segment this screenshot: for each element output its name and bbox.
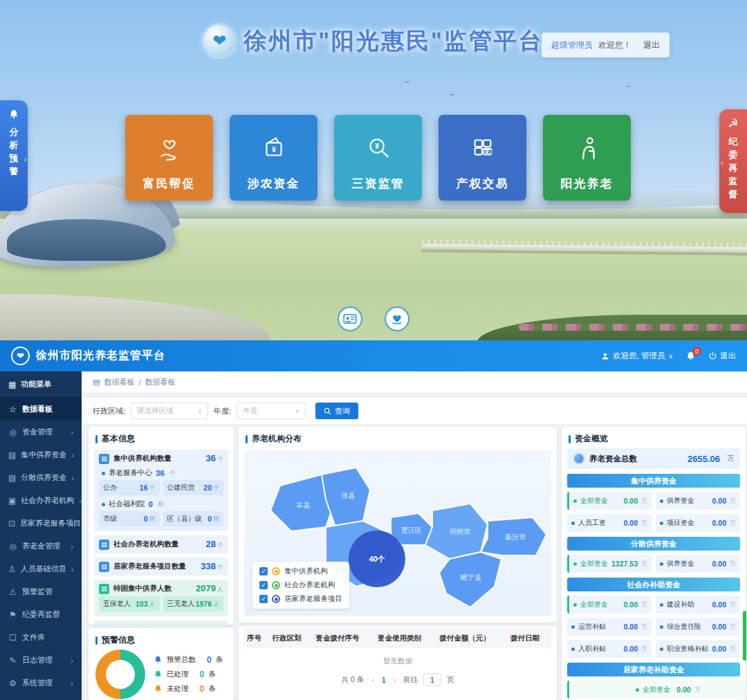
hero-tile-涉农资金[interactable]: ¥涉农资金 (230, 115, 317, 201)
pair-cell-unit: 人 (213, 600, 219, 609)
pair-cell-label: 区（县）级 (167, 514, 202, 524)
fund-stat-cell: 综合责任险0.00万 (656, 618, 740, 636)
marker-circle-icon (272, 595, 280, 603)
region-filter-label: 行政区域: (93, 406, 125, 416)
sidebar-item-label: 日志管理 (22, 655, 53, 665)
breadcrumb-root[interactable]: 数据看板 (104, 377, 134, 387)
sidebar-item-养老金管理[interactable]: ◎养老金管理› (0, 535, 82, 558)
checkbox-checked-icon[interactable]: ✓ (259, 567, 268, 575)
basic-info-card-head: ▤集中供养机构数量36个 (99, 453, 223, 464)
sidebar-item-数据看板[interactable]: ☆数据看板 (0, 398, 82, 421)
trade-blocks-icon: 交易 (467, 115, 499, 176)
checkbox-checked-icon[interactable]: ✓ (259, 581, 268, 589)
fund-section-grid: 全部资金1327.53万供养资金0.00万 (567, 555, 740, 573)
fund-stat-unit: 万 (730, 497, 736, 506)
svg-text:邳州市: 邳州市 (450, 528, 471, 535)
sidebar-item-纪委再监督[interactable]: ⚑纪委再监督 (0, 603, 82, 626)
pair-cell-unit: 所 (149, 515, 156, 524)
hero-logout-button[interactable]: 退出 (643, 39, 660, 51)
dot-icon (660, 625, 663, 629)
star-icon: ☆ (8, 405, 17, 414)
xuzhou-district-map[interactable]: 丰县 沛县 贾汪区 邳州市 新沂市 睢宁县 40个 ✓集中供养机构✓社会办养老机… (244, 450, 551, 616)
hero-tile-阳光养老[interactable]: 阳光养老 (543, 115, 631, 201)
basic-info-pair-row: 五保老人103人三无老人1976人 (99, 596, 223, 611)
hero-landing: ⌄ ⌄ ⌄ ❤ 徐州市"阳光惠民"监管平台 超级管理员 欢迎您！ 退出 分析预警… (0, 0, 747, 340)
funds-overview-title: 资金概览 (562, 427, 746, 448)
log-icon: ✎ (8, 656, 17, 665)
dot-icon (573, 562, 577, 566)
id-card-button[interactable] (338, 306, 362, 331)
fund-stat-unit: 万 (641, 497, 647, 506)
warning-info-title: 预警信息 (89, 628, 234, 650)
fund-stat-unit: 万 (641, 519, 647, 528)
user-menu[interactable]: 欢迎您, 管理员 ∨ (601, 351, 673, 361)
subrow-label: 社会福利院 (109, 499, 145, 509)
fund-stat-label: 项目资金 (667, 518, 694, 528)
pair-cell-label: 市级 (103, 514, 117, 524)
pair-cell-unit: 人 (149, 600, 156, 609)
fund-stat-unit: 万 (730, 560, 736, 569)
fund-stat-cell: 职业资格补贴0.00万 (656, 640, 740, 658)
sidebar-item-系统管理[interactable]: ⚙系统管理› (0, 672, 82, 694)
hero-tile-三资监管[interactable]: ¥三资监管 (334, 115, 422, 201)
hand-heart-icon (154, 115, 185, 176)
coin-icon: ◎ (8, 427, 17, 437)
sidebar-item-集中供养资金[interactable]: ▤集中供养资金› (0, 443, 82, 466)
gear-icon: ⚙ (8, 679, 17, 688)
dot-icon (573, 603, 577, 607)
hero-tile-富民帮促[interactable]: 富民帮促 (125, 115, 213, 201)
basic-info-card-head: ▤特困集中供养人数2079人 (99, 583, 223, 594)
prev-page-button[interactable]: ‹ (369, 676, 376, 684)
page-input[interactable]: 1 (423, 673, 441, 686)
dot-icon (636, 688, 639, 692)
fund-stat-unit: 万 (730, 600, 736, 609)
sidebar-item-预警监管[interactable]: ⚠预警监管 (0, 580, 82, 603)
sidebar-item-文件库[interactable]: ☐文件库 (0, 626, 82, 649)
hero-tile-产权交易[interactable]: 交易产权交易 (439, 115, 526, 201)
basic-info-pair-cell: 市级0所 (99, 511, 160, 526)
bird: ⌄ (448, 90, 456, 97)
pair-cell-label: 公办 (103, 483, 117, 492)
warning-stat-unit: 条 (216, 655, 223, 665)
region-select[interactable]: 请选择区域∨ (131, 403, 208, 419)
institution-map-panel: 养老机构分布 丰县 沛县 贾汪区 邳州市 新沂市 (239, 427, 557, 623)
institution-map-title: 养老机构分布 (239, 427, 557, 448)
fund-stat-cell: 全部资金1327.53万 (567, 555, 652, 573)
basic-info-card-value: 2079人 (196, 583, 223, 594)
checkbox-checked-icon[interactable]: ✓ (259, 595, 268, 603)
map-legend-label: 居家养老服务项目 (284, 594, 342, 604)
sidebar-item-人员基础信息[interactable]: ♙人员基础信息› (0, 558, 82, 580)
svg-text:贾汪区: 贾汪区 (401, 526, 422, 534)
logout-button[interactable]: 退出 (708, 351, 736, 361)
building-icon: ▤ (99, 454, 109, 464)
person-icon: ♙ (8, 564, 16, 574)
basic-info-subrow: 社会福利院0所 (102, 499, 223, 509)
sidebar-item-社会办养老机构[interactable]: ▣社会办养老机构› (0, 489, 82, 512)
warning-donut-chart (95, 650, 145, 699)
discipline-supervision-tab[interactable]: ☭ 纪委再监督 ‹ (719, 109, 747, 213)
map-legend-item: ✓社会办养老机构 (259, 580, 342, 590)
sidebar-item-居家养老服务项目[interactable]: ⊡居家养老服务项目› (0, 512, 82, 535)
sidebar-item-资金管理[interactable]: ◎资金管理› (0, 421, 82, 443)
fund-stat-label: 人员工资 (578, 518, 606, 528)
svg-text:沛县: 沛县 (341, 492, 356, 499)
dot-icon (571, 625, 575, 629)
sidebar-item-日志管理[interactable]: ✎日志管理› (0, 649, 82, 672)
fund-stat-label: 综合责任险 (667, 622, 701, 632)
page-scrollbar-thumb[interactable] (743, 611, 746, 661)
marker-circle-icon (272, 567, 280, 575)
logout-label: 退出 (720, 351, 736, 361)
sidebar-item-label: 数据看板 (22, 404, 53, 414)
sidebar-item-分散供养资金[interactable]: ▤分散供养资金› (0, 466, 82, 489)
svg-text:交易: 交易 (482, 149, 492, 155)
dot-icon (573, 499, 577, 503)
analysis-warning-tab[interactable]: 分析预警 › (0, 100, 28, 211)
folder-icon: ▤ (8, 450, 16, 460)
year-select[interactable]: 年度∨ (237, 403, 306, 419)
heart-hands-button[interactable] (385, 306, 409, 331)
filter-bar: 行政区域: 请选择区域∨ 年度: 年度∨ 查询 (82, 398, 747, 424)
notification-bell-button[interactable]: 0 (685, 351, 696, 361)
current-page-button[interactable]: 1 (382, 676, 386, 684)
next-page-button[interactable]: › (391, 676, 398, 684)
search-button[interactable]: 查询 (315, 403, 358, 419)
